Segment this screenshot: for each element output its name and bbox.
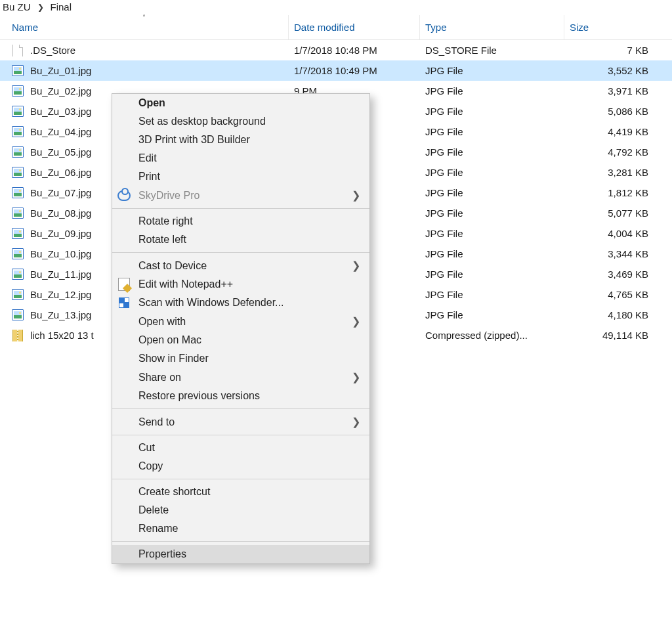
file-size: 4,765 KB: [564, 289, 672, 300]
menu-separator: [112, 479, 369, 479]
header-size[interactable]: Size: [564, 15, 672, 39]
menu-skydrive-pro[interactable]: SkyDrive Pro ❯: [112, 186, 369, 205]
file-name: Bu_Zu_11.jpg: [30, 269, 91, 280]
menu-rotate-left[interactable]: Rotate left: [112, 230, 369, 249]
header-name[interactable]: ˄ Name: [0, 15, 289, 39]
file-size: 3,552 KB: [564, 65, 672, 76]
file-name: .DS_Store: [30, 45, 75, 56]
list-header: ˄ Name Date modified Type Size: [0, 15, 672, 40]
file-type: JPG File: [420, 289, 564, 300]
file-icon: [12, 45, 24, 56]
menu-send-to[interactable]: Send to❯: [112, 412, 369, 431]
breadcrumb[interactable]: Bu ZU ❯ Final: [0, 0, 672, 15]
notepad-icon: [117, 278, 131, 291]
image-file-icon: [12, 269, 24, 280]
shield-icon: [117, 296, 131, 309]
menu-cut[interactable]: Cut: [112, 439, 369, 457]
image-file-icon: [12, 289, 24, 301]
chevron-right-icon: ❯: [352, 189, 360, 202]
image-file-icon: [12, 146, 24, 158]
menu-open-with[interactable]: Open with❯: [112, 312, 369, 331]
file-name: Bu_Zu_06.jpg: [30, 167, 91, 178]
table-row[interactable]: .DS_Store1/7/2018 10:48 PMDS_STORE File7…: [0, 40, 672, 60]
file-size: 4,792 KB: [564, 146, 672, 158]
menu-set-desktop-background[interactable]: Set as desktop background: [112, 112, 369, 131]
file-name: Bu_Zu_10.jpg: [30, 248, 91, 259]
chevron-right-icon: ❯: [352, 416, 360, 428]
file-type: JPG File: [420, 187, 564, 198]
menu-restore-previous-versions[interactable]: Restore previous versions: [112, 387, 369, 405]
file-type: JPG File: [420, 228, 564, 239]
menu-cast-to-device[interactable]: Cast to Device❯: [112, 256, 369, 275]
file-type: JPG File: [420, 65, 564, 76]
file-size: 3,344 KB: [564, 248, 672, 259]
image-file-icon: [12, 248, 24, 260]
file-type: JPG File: [420, 146, 564, 158]
file-name: lich 15x20 13 t: [30, 330, 94, 341]
file-date: 1/7/2018 10:48 PM: [289, 45, 420, 56]
image-file-icon: [12, 167, 24, 179]
image-file-icon: [12, 228, 24, 240]
menu-rotate-right[interactable]: Rotate right: [112, 212, 369, 230]
menu-delete[interactable]: Delete: [112, 501, 369, 519]
menu-edit-notepadpp[interactable]: Edit with Notepad++: [112, 275, 369, 294]
file-size: 5,086 KB: [564, 106, 672, 117]
menu-open[interactable]: Open: [112, 94, 369, 112]
menu-print[interactable]: Print: [112, 167, 369, 186]
file-name: Bu_Zu_09.jpg: [30, 228, 91, 239]
breadcrumb-parent[interactable]: Bu ZU: [3, 1, 31, 12]
file-type: JPG File: [420, 309, 564, 320]
chevron-right-icon: ❯: [352, 259, 360, 272]
menu-properties[interactable]: Properties: [112, 545, 369, 563]
image-file-icon: [12, 85, 24, 97]
file-size: 3,281 KB: [564, 167, 672, 178]
image-file-icon: [12, 208, 24, 219]
file-type: JPG File: [420, 126, 564, 137]
file-name: Bu_Zu_05.jpg: [30, 146, 91, 158]
file-name: Bu_Zu_08.jpg: [30, 208, 91, 219]
file-date: 1/7/2018 10:49 PM: [289, 65, 420, 76]
menu-scan-defender[interactable]: Scan with Windows Defender...: [112, 294, 369, 312]
file-type: JPG File: [420, 106, 564, 117]
file-size: 49,114 KB: [564, 330, 672, 341]
file-type: JPG File: [420, 85, 564, 97]
image-file-icon: [12, 106, 24, 118]
menu-rename[interactable]: Rename: [112, 519, 369, 538]
menu-separator: [112, 208, 369, 209]
file-type: JPG File: [420, 208, 564, 219]
file-type: Compressed (zipped)...: [420, 330, 564, 341]
menu-edit[interactable]: Edit: [112, 149, 369, 167]
file-size: 4,004 KB: [564, 228, 672, 239]
menu-show-in-finder[interactable]: Show in Finder: [112, 349, 369, 368]
menu-separator: [112, 435, 369, 435]
menu-share-on[interactable]: Share on❯: [112, 368, 369, 387]
menu-open-on-mac[interactable]: Open on Mac: [112, 331, 369, 349]
header-date[interactable]: Date modified: [289, 15, 420, 39]
file-size: 5,077 KB: [564, 208, 672, 219]
header-type[interactable]: Type: [420, 15, 564, 39]
menu-separator: [112, 252, 369, 253]
image-file-icon: [12, 187, 24, 199]
breadcrumb-current[interactable]: Final: [51, 1, 72, 12]
file-name: Bu_Zu_07.jpg: [30, 187, 91, 198]
menu-create-shortcut[interactable]: Create shortcut: [112, 483, 369, 501]
file-type: JPG File: [420, 167, 564, 178]
file-type: JPG File: [420, 269, 564, 280]
menu-3d-print[interactable]: 3D Print with 3D Builder: [112, 131, 369, 149]
file-name: Bu_Zu_02.jpg: [30, 85, 91, 97]
context-menu: Open Set as desktop background 3D Print …: [112, 93, 370, 564]
chevron-right-icon: ❯: [352, 315, 360, 328]
menu-copy[interactable]: Copy: [112, 457, 369, 475]
table-row[interactable]: Bu_Zu_01.jpg1/7/2018 10:49 PMJPG File3,5…: [0, 60, 672, 81]
sort-asc-icon: ˄: [142, 14, 146, 21]
cloud-icon: [117, 189, 131, 202]
menu-separator: [112, 408, 369, 409]
file-name: Bu_Zu_01.jpg: [30, 65, 91, 76]
image-file-icon: [12, 126, 24, 138]
image-file-icon: [12, 65, 24, 77]
zip-file-icon: [12, 330, 24, 341]
file-size: 3,971 KB: [564, 85, 672, 97]
file-name: Bu_Zu_04.jpg: [30, 126, 91, 137]
file-size: 7 KB: [564, 45, 672, 56]
file-name: Bu_Zu_12.jpg: [30, 289, 91, 300]
